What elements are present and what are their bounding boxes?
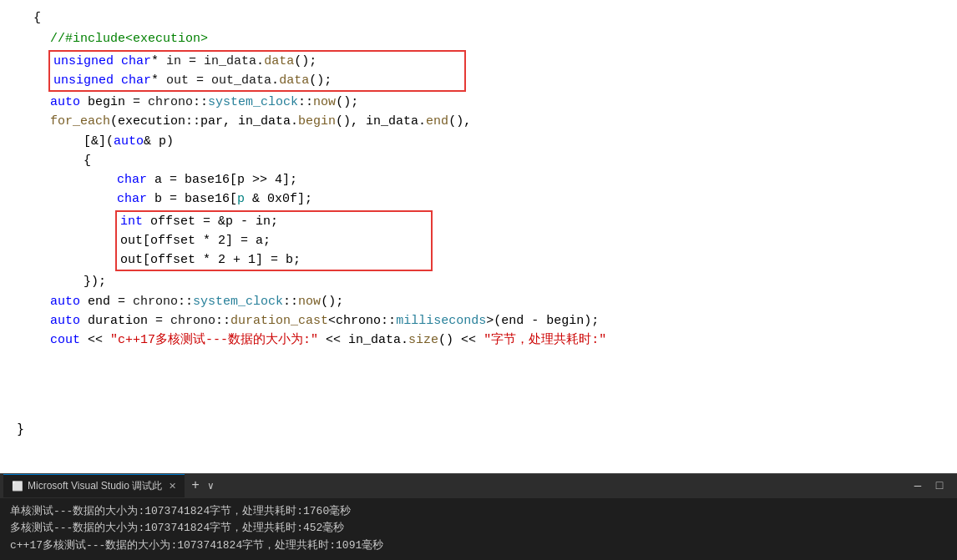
maximize-button[interactable]: □ [932,479,947,492]
lambda-brace: { [17,151,957,170]
code-line-unsigned-in: unsigned char * in = in_data . data (); [52,52,459,71]
char-a-line: char a = base16[p >> 4]; [17,170,957,189]
code-line-unsigned-out: unsigned char * out = out_data . data ()… [52,71,459,90]
terminal-tab-bar: ⬜ Microsoft Visual Studio 调试此 ✕ + ∨ — □ [0,473,957,498]
tab-add-button[interactable]: + [186,478,205,493]
terminal-tab-label: Microsoft Visual Studio 调试此 [28,479,162,493]
auto-duration-line: auto duration = chrono :: duration_cast … [17,311,957,330]
auto-begin-line: auto begin = chrono :: system_clock :: n… [17,93,957,112]
terminal-line-1: 单核测试---数据的大小为:1073741824字节，处理共耗时:1760毫秒 [10,503,947,521]
cout-line: cout << "c++17多核测试---数据的大小为:" << in_data… [17,330,957,350]
terminal-panel: ⬜ Microsoft Visual Studio 调试此 ✕ + ∨ — □ … [0,473,957,560]
comment-line: //#include<execution> [17,29,957,48]
terminal-line-2: 多核测试---数据的大小为:1073741824字节，处理共耗时:452毫秒 [10,520,947,537]
int-offset-line: int offset = &p - in; [119,212,426,231]
auto-end-line: auto end = chrono :: system_clock :: now… [17,292,957,311]
terminal-tab[interactable]: ⬜ Microsoft Visual Studio 调试此 ✕ [3,474,185,497]
lambda-close: }); [17,272,957,291]
opening-brace: { [17,5,957,29]
for-each-line: for_each (execution::par, in_data. begin… [17,112,957,131]
closing-brace: } [17,421,24,436]
out-offset-2-line: out[offset * 2] = a; [119,231,426,250]
terminal-tab-close[interactable]: ✕ [169,481,176,492]
terminal-line-3: c++17多核测试---数据的大小为:1073741824字节，处理共耗时:10… [10,537,947,555]
out-offset-2-1-line: out[offset * 2 + 1] = b; [119,250,426,270]
char-b-line: char b = base16[ p & 0x0f]; [17,189,957,209]
tab-chevron-button[interactable]: ∨ [205,480,217,492]
lambda-line: [&]( auto & p) [17,132,957,151]
minimize-button[interactable]: — [910,479,925,492]
terminal-window-controls: — □ [910,479,954,492]
terminal-tab-icon: ⬜ [12,481,23,492]
terminal-output: 单核测试---数据的大小为:1073741824字节，处理共耗时:1760毫秒 … [0,498,957,560]
